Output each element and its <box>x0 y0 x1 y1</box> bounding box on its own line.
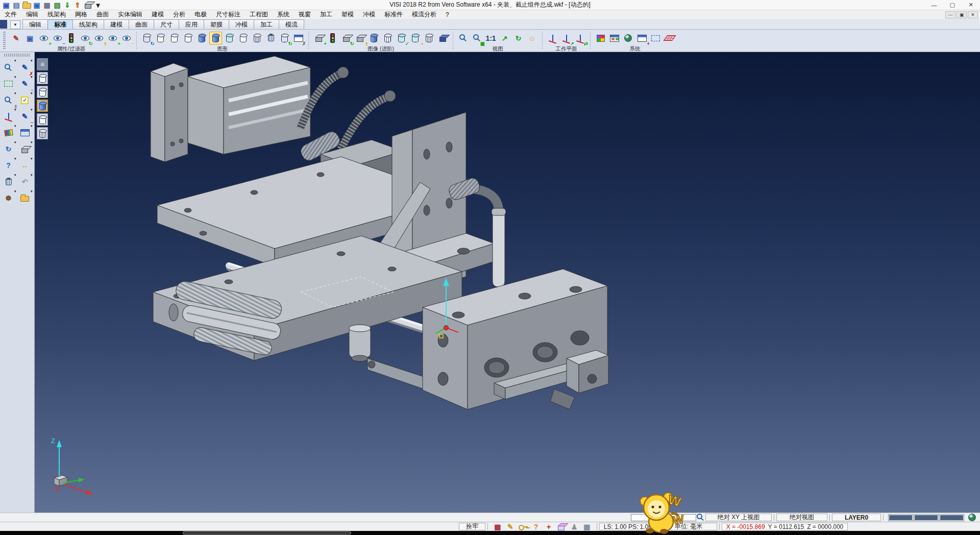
app-logo-icon[interactable]: ▣ <box>2 1 11 9</box>
workplane-icon[interactable] <box>546 32 559 44</box>
selection-window-icon[interactable] <box>2 77 16 91</box>
grid-plane-icon[interactable] <box>663 32 676 44</box>
menu-item[interactable]: 曲面 <box>92 10 113 19</box>
model-cube-icon[interactable] <box>83 1 92 9</box>
viewport-3d[interactable]: ≡ Z <box>35 52 980 513</box>
menu-item[interactable]: 标准件 <box>380 10 407 19</box>
validated-image-icon[interactable]: ✓ <box>395 32 408 44</box>
globe-icon[interactable] <box>967 514 977 522</box>
left-toolbar-drag-handle[interactable] <box>4 54 30 57</box>
regen-graphics-icon[interactable]: ↻ <box>278 32 291 44</box>
mdi-close-button[interactable]: ✕ <box>968 11 978 18</box>
shaded-edges-view-icon[interactable] <box>209 32 222 44</box>
absolute-view-label[interactable]: 绝对视图 <box>776 514 827 521</box>
strip-menu-icon[interactable]: ≡ <box>37 58 48 70</box>
mesh-image-icon[interactable] <box>423 32 435 44</box>
minimize-button[interactable]: — <box>925 0 943 10</box>
new-file-icon[interactable]: ▤ <box>12 1 21 9</box>
window-settings-icon[interactable]: + <box>635 32 648 44</box>
quick-access-dropdown-icon[interactable]: ▾ <box>93 1 103 9</box>
toolbar-drag-handle[interactable] <box>3 32 6 50</box>
tab[interactable]: 线架构 <box>72 19 104 29</box>
strip-flat-icon[interactable] <box>37 113 48 126</box>
key-icon[interactable] <box>518 523 529 531</box>
tab[interactable]: 尺寸 <box>154 19 179 29</box>
tab[interactable]: 塑膜 <box>204 19 229 29</box>
menu-item[interactable]: 电极 <box>190 10 211 19</box>
show-entities-icon[interactable]: + <box>37 32 50 44</box>
close-button[interactable]: ✕ <box>962 0 980 10</box>
help-question-icon[interactable]: ? <box>530 523 542 531</box>
invert-images-icon[interactable]: ± <box>354 32 366 44</box>
strip-hidden-line-icon[interactable] <box>37 86 48 98</box>
menu-item[interactable]: 尺寸标注 <box>211 10 245 19</box>
striped-image-icon[interactable] <box>381 32 394 44</box>
flat-view-icon[interactable] <box>237 32 250 44</box>
dynamic-pan-icon[interactable]: ↗ <box>498 32 511 44</box>
zoom-1to1-icon[interactable]: 1:1 <box>484 32 497 44</box>
helm-icon[interactable]: ☸ <box>2 191 16 205</box>
attribute-books-icon[interactable] <box>2 126 16 140</box>
mesh-view-icon[interactable] <box>251 32 263 44</box>
tagged-image-icon[interactable]: ▪ <box>409 32 422 44</box>
image-filter-traffic-icon[interactable] <box>326 32 339 44</box>
hide-all-icon[interactable]: − <box>120 32 133 44</box>
mdi-restore-button[interactable]: ▣ <box>957 11 967 18</box>
snap-point-icon[interactable]: + <box>543 523 554 531</box>
tab[interactable]: 模流 <box>279 19 304 29</box>
regenerate-icon[interactable]: ↻ <box>2 142 16 156</box>
model-3d-assembly[interactable] <box>35 52 980 513</box>
ucs-cube-icon[interactable] <box>556 523 567 531</box>
search-icon[interactable] <box>696 514 705 522</box>
open-folder-icon[interactable] <box>18 191 32 205</box>
menu-item[interactable]: 文件 <box>0 10 21 19</box>
menu-item[interactable]: 实体编辑 <box>113 10 147 19</box>
tab[interactable]: 应用 <box>179 19 204 29</box>
add-image-icon[interactable]: + <box>312 32 325 44</box>
menu-item[interactable]: 视窗 <box>294 10 315 19</box>
menu-item[interactable]: 系统 <box>273 10 294 19</box>
strip-wireframe-icon[interactable] <box>37 72 48 84</box>
plot-preview-icon[interactable]: ▧ <box>53 1 62 9</box>
menu-item[interactable]: 工程图 <box>245 10 273 19</box>
menu-item[interactable]: 加工 <box>315 10 337 19</box>
filter-traffic-icon[interactable] <box>65 32 78 44</box>
snap-grid-icon[interactable]: ▩ <box>492 523 503 531</box>
graphics-settings-icon[interactable]: ✗ <box>292 32 305 44</box>
ucs-move-icon[interactable] <box>2 109 16 124</box>
maximize-button[interactable]: ▢ <box>943 0 962 10</box>
redraw-icon[interactable]: ↻ <box>140 32 153 44</box>
save-file-icon[interactable]: ▣ <box>32 1 41 9</box>
dashed-hidden-view-icon[interactable] <box>182 32 194 44</box>
menu-item[interactable]: 编辑 <box>21 10 43 19</box>
chess-pawn-icon[interactable]: ♟ <box>569 523 580 531</box>
import-icon[interactable]: ⇓ <box>63 1 72 9</box>
menu-item[interactable]: 线架构 <box>43 10 70 19</box>
tab[interactable]: 标准 <box>47 19 73 29</box>
erase-icon[interactable]: ✎✗ <box>18 60 32 75</box>
color-palette-icon[interactable] <box>594 32 607 44</box>
hidden-line-view-icon[interactable] <box>168 32 181 44</box>
confirm-check-icon[interactable] <box>18 93 32 107</box>
strip-shaded-icon[interactable] <box>37 100 48 112</box>
solid-image-icon[interactable] <box>368 32 380 44</box>
layout-view-label[interactable]: 绝对 XY 上视图 <box>705 514 772 521</box>
undo-icon[interactable]: ↶ <box>18 175 32 189</box>
workplane-move-icon[interactable]: ↗ <box>560 32 573 44</box>
mdi-minimize-button[interactable]: — <box>945 11 955 18</box>
tab[interactable]: 编辑 <box>22 19 48 29</box>
sketch-curve-icon[interactable]: ✎~ <box>18 109 32 124</box>
invert-visibility-icon[interactable]: ± <box>92 32 105 44</box>
lock-toggle[interactable]: 拴牢 <box>459 523 486 530</box>
menu-item[interactable]: 模流分析 <box>407 10 441 19</box>
zoom-all-icon[interactable] <box>457 32 470 44</box>
sketch-circle-icon[interactable]: ✎○ <box>18 77 32 91</box>
color-window-icon[interactable] <box>608 32 621 44</box>
solid-cube-icon[interactable] <box>436 32 449 44</box>
menu-item[interactable]: 分析 <box>168 10 190 19</box>
transparent-view-icon[interactable] <box>223 32 236 44</box>
selection-set-icon[interactable] <box>649 32 662 44</box>
strip-mesh-icon[interactable] <box>37 127 48 139</box>
zoom-extents-icon[interactable]: ± <box>2 93 16 107</box>
workplane-align-icon[interactable]: ⇄ <box>574 32 586 44</box>
